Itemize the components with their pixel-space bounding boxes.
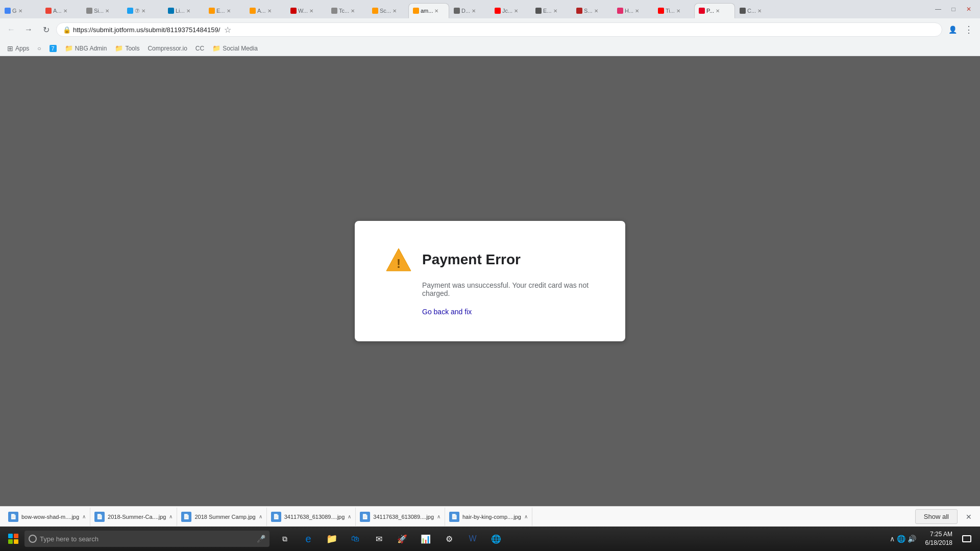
volume-tray-icon[interactable]: 🔊 [908, 535, 916, 543]
chrome-button[interactable]: 🌐 [485, 528, 507, 550]
show-all-button[interactable]: Show all [915, 509, 958, 524]
network-tray-icon[interactable]: 🌐 [897, 535, 905, 543]
browser-tab-11[interactable]: D...✕ [449, 3, 490, 18]
clock-date: 6/18/2018 [925, 539, 952, 547]
maximize-button[interactable]: □ [946, 2, 961, 16]
bookmark-item-2[interactable]: Compressor.io [144, 44, 190, 53]
secure-icon: 🔒 [63, 26, 71, 34]
back-button[interactable]: ← [4, 22, 18, 37]
microphone-icon[interactable]: 🎤 [257, 535, 265, 543]
bookmark-star-icon[interactable]: ☆ [224, 25, 231, 35]
apps-label: Apps [15, 45, 29, 52]
browser-tab-9[interactable]: Sc...✕ [368, 3, 408, 18]
tab-bar: G✕A...✕Si...✕⑦✕Li...✕E...✕A...✕W...✕Tc..… [0, 0, 980, 18]
windows-logo-icon [8, 534, 18, 544]
clock[interactable]: 7:25 AM 6/18/2018 [921, 530, 957, 547]
bookmarks-bar: ⊞ Apps ○ 7 📁NBG Admin📁ToolsCompressor.io… [0, 41, 980, 56]
address-bar[interactable]: 🔒 https://submit.jotform.us/submit/81193… [56, 22, 942, 37]
taskbar-search[interactable]: Type here to search 🎤 [24, 531, 270, 547]
error-message: Payment was unsuccessful. Your credit ca… [422, 281, 595, 297]
download-item-4[interactable]: 📄34117638_613089....jpg∧ [356, 508, 445, 526]
menu-dots-icon[interactable]: ⋮ [962, 22, 976, 37]
browser-tab-3[interactable]: ⑦✕ [122, 3, 163, 18]
bookmark-7[interactable]: 7 [46, 44, 60, 53]
browser-tab-15[interactable]: H...✕ [612, 3, 653, 18]
bookmark-7-icon: 7 [50, 45, 57, 52]
svg-text:!: ! [397, 257, 401, 270]
file-explorer-button[interactable]: 📁 [321, 528, 343, 550]
browser-tab-10[interactable]: am...✕ [408, 3, 449, 18]
taskbar: Type here to search 🎤 ⧉ e 📁 🛍 ✉ 🚀 📊 ⚙ W … [0, 527, 980, 551]
bookmark-item-0[interactable]: 📁NBG Admin [62, 43, 110, 53]
error-title: Payment Error [422, 252, 521, 268]
forward-button[interactable]: → [21, 22, 36, 37]
browser-tab-1[interactable]: A...✕ [41, 3, 82, 18]
browser-right-icons: 👤 ⋮ [945, 22, 976, 37]
bookmark-item-4[interactable]: 📁Social Media [209, 43, 261, 53]
apps-bookmark[interactable]: ⊞ Apps [4, 43, 32, 54]
warning-icon: ! [385, 246, 412, 273]
task-view-button[interactable]: ⧉ [274, 528, 296, 550]
browser-tab-0[interactable]: G✕ [0, 3, 41, 18]
download-item-5[interactable]: 📄hair-by-king-comp....jpg∧ [445, 508, 532, 526]
bookmark-item-3[interactable]: CC [192, 44, 207, 53]
downloads-bar: 📄bow-wow-shad-m....jpg∧📄2018-Summer-Ca..… [0, 506, 980, 527]
close-button[interactable]: ✕ [962, 2, 976, 16]
browser-tab-8[interactable]: Tc...✕ [327, 3, 368, 18]
bookmark-circle[interactable]: ○ [34, 44, 44, 53]
main-content: ! Payment Error Payment was unsuccessful… [0, 56, 980, 506]
download-item-0[interactable]: 📄bow-wow-shad-m....jpg∧ [4, 508, 90, 526]
system-tray: ∧ 🌐 🔊 [886, 535, 920, 543]
mail-button[interactable]: ✉ [368, 528, 390, 550]
rocket-button[interactable]: 🚀 [391, 528, 413, 550]
browser-tab-16[interactable]: Ti...✕ [653, 3, 694, 18]
search-icon [29, 535, 37, 543]
apps-grid-icon: ⊞ [7, 44, 13, 53]
go-back-link[interactable]: Go back and fix [422, 308, 595, 316]
address-bar-row: ← → ↻ 🔒 https://submit.jotform.us/submit… [0, 18, 980, 41]
browser-tab-7[interactable]: W...✕ [286, 3, 327, 18]
store-button[interactable]: 🛍 [344, 528, 366, 550]
download-item-1[interactable]: 📄2018-Summer-Ca....jpg∧ [90, 508, 177, 526]
spreadsheet-button[interactable]: 📊 [414, 528, 437, 550]
download-item-3[interactable]: 📄34117638_613089....jpg∧ [267, 508, 356, 526]
url-text: https://submit.jotform.us/submit/8119375… [73, 26, 220, 34]
clock-time: 7:25 AM [930, 530, 952, 539]
browser-tab-18[interactable]: C...✕ [735, 3, 776, 18]
settings-button[interactable]: ⚙ [438, 528, 460, 550]
browser-tab-13[interactable]: E...✕ [531, 3, 572, 18]
chevron-up-tray-icon[interactable]: ∧ [890, 535, 895, 543]
error-card-header: ! Payment Error [385, 246, 595, 273]
browser-tab-12[interactable]: Jc...✕ [490, 3, 531, 18]
download-item-2[interactable]: 📄2018 Summer Camp.jpg∧ [177, 508, 266, 526]
browser-tab-5[interactable]: E...✕ [204, 3, 245, 18]
bookmark-item-1[interactable]: 📁Tools [112, 43, 142, 53]
notification-button[interactable] [958, 528, 976, 550]
browser-tab-14[interactable]: S...✕ [572, 3, 612, 18]
search-placeholder-text: Type here to search [40, 535, 99, 543]
account-icon[interactable]: 👤 [945, 22, 960, 37]
browser-frame: G✕A...✕Si...✕⑦✕Li...✕E...✕A...✕W...✕Tc..… [0, 0, 980, 56]
notification-icon [962, 535, 971, 542]
error-card: ! Payment Error Payment was unsuccessful… [355, 221, 625, 341]
browser-tab-6[interactable]: A...✕ [245, 3, 286, 18]
taskbar-middle: ⧉ e 📁 🛍 ✉ 🚀 📊 ⚙ W 🌐 [270, 528, 511, 550]
browser-tab-17[interactable]: P...✕ [694, 3, 735, 18]
taskbar-right: ∧ 🌐 🔊 7:25 AM 6/18/2018 [886, 528, 978, 550]
word-button[interactable]: W [461, 528, 484, 550]
edge-button[interactable]: e [297, 528, 320, 550]
refresh-button[interactable]: ↻ [39, 22, 53, 37]
browser-tab-2[interactable]: Si...✕ [82, 3, 122, 18]
start-button[interactable] [2, 528, 24, 550]
minimize-button[interactable]: — [931, 2, 945, 16]
circle-icon: ○ [37, 45, 41, 52]
close-downloads-icon[interactable]: ✕ [962, 510, 976, 524]
browser-tab-4[interactable]: Li...✕ [163, 3, 204, 18]
